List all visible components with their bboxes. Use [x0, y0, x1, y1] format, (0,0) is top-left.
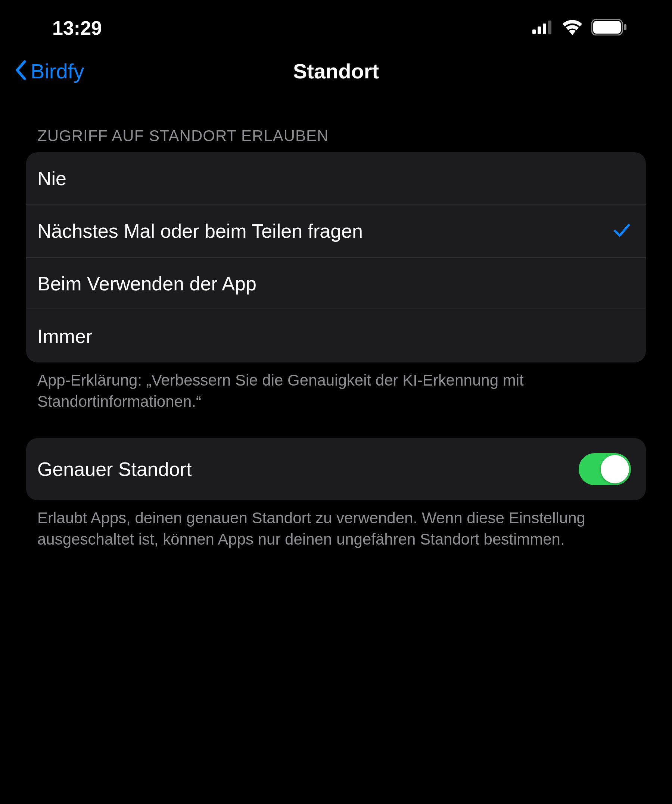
- section-header-access: ZUGRIFF AUF STANDORT ERLAUBEN: [26, 127, 646, 152]
- svg-rect-3: [548, 21, 551, 34]
- content: ZUGRIFF AUF STANDORT ERLAUBEN Nie Nächst…: [0, 93, 672, 550]
- status-icons: [532, 19, 627, 37]
- access-option-never[interactable]: Nie: [26, 152, 646, 204]
- svg-rect-0: [532, 29, 536, 34]
- section-footer-precise: Erlaubt Apps, deinen genauen Standort zu…: [26, 500, 646, 550]
- svg-rect-2: [543, 23, 546, 34]
- option-label: Immer: [38, 325, 92, 348]
- svg-rect-6: [624, 24, 626, 30]
- checkmark-icon: [613, 221, 631, 241]
- option-label: Nie: [38, 167, 67, 190]
- chevron-left-icon: [15, 60, 27, 82]
- option-label: Nächstes Mal oder beim Teilen fragen: [38, 220, 363, 242]
- toggle-knob: [601, 455, 629, 484]
- access-option-ask-next-time[interactable]: Nächstes Mal oder beim Teilen fragen: [26, 204, 646, 257]
- option-label: Beim Verwenden der App: [38, 273, 257, 295]
- page-title: Standort: [293, 59, 379, 83]
- back-label: Birdfy: [31, 59, 84, 83]
- svg-rect-5: [593, 21, 621, 34]
- battery-icon: [591, 19, 627, 37]
- status-bar: 13:29: [0, 0, 672, 49]
- nav-bar: Birdfy Standort: [0, 49, 672, 93]
- precise-location-toggle[interactable]: [579, 453, 631, 485]
- back-button[interactable]: Birdfy: [15, 59, 84, 83]
- precise-location-row[interactable]: Genauer Standort: [26, 438, 646, 500]
- wifi-icon: [561, 20, 583, 37]
- svg-rect-1: [538, 26, 541, 34]
- section-footer-access: App-Erklärung: „Verbessern Sie die Genau…: [26, 363, 646, 412]
- precise-location-group: Genauer Standort: [26, 438, 646, 500]
- status-time: 13:29: [52, 17, 102, 39]
- precise-location-label: Genauer Standort: [38, 458, 191, 480]
- access-option-always[interactable]: Immer: [26, 310, 646, 363]
- access-option-while-using[interactable]: Beim Verwenden der App: [26, 257, 646, 310]
- access-options-list: Nie Nächstes Mal oder beim Teilen fragen…: [26, 152, 646, 363]
- cellular-signal-icon: [532, 21, 553, 36]
